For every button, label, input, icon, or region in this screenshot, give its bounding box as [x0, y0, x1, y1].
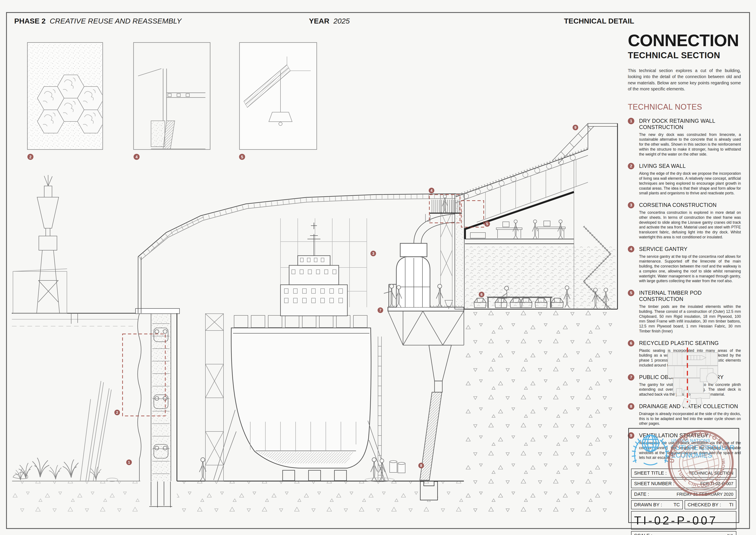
checked-by-cell: CHECKED BY : TI: [685, 500, 736, 509]
note-item: 4 SERVICE GANTRY The service gantry at t…: [628, 246, 741, 284]
timber-planks: [80, 381, 111, 482]
note-title: INTERNAL TIMBER POD CONSTRUCTION: [639, 290, 741, 302]
note-title: RECYCLED PLASTIC SEATING: [639, 340, 741, 346]
observation-gantry: [388, 214, 464, 500]
detail-box-roof-corner: [239, 42, 317, 150]
key-plan: [664, 346, 744, 415]
scale-label: SCALE :: [634, 533, 652, 535]
organisation-name: UNITED NATIONS FUTURE CIRCULAR ECONOMIES: [671, 438, 735, 459]
drawn-by-value: TC: [674, 502, 680, 508]
scale-row: SCALE : NA: [631, 531, 736, 535]
intro-paragraph: This technical section explores a cut of…: [628, 68, 741, 92]
drawn-by-cell: DRAWN BY : TC: [631, 500, 683, 509]
svg-text:2: 2: [29, 155, 32, 159]
main-building-section: [426, 124, 618, 309]
detail-box-wall-junction: [133, 42, 210, 150]
note-item: 1 DRY DOCK RETAINING WALL CONSTRUCTION T…: [628, 118, 741, 157]
note-number-badge: 1: [628, 118, 634, 124]
note-title: SERVICE GANTRY: [639, 246, 741, 252]
note-number-badge: 6: [628, 340, 634, 347]
date-row: DATE : FRIDAY 21 FEBRUARY 2020: [631, 490, 736, 499]
un-logo: [631, 430, 670, 467]
note-body: The timber pods are the insulated elemen…: [639, 304, 741, 334]
svg-text:1: 1: [128, 460, 130, 465]
svg-text:4: 4: [135, 155, 138, 159]
title-block: UNITED NATIONS FUTURE CIRCULAR ECONOMIES: [628, 428, 739, 523]
drawing-sheet: PHASE 2 CREATIVE REUSE AND REASSEMBLY YE…: [0, 0, 756, 535]
date-label: DATE :: [634, 492, 649, 497]
sheet-number-label: SHEET NUMBER :: [634, 481, 674, 487]
note-body: The new dry dock was constructed from li…: [639, 132, 741, 157]
retaining-wall: [135, 308, 180, 507]
note-number-badge: 3: [628, 202, 634, 209]
note-title: LIVING SEA WALL: [639, 163, 741, 169]
svg-text:5: 5: [486, 222, 488, 226]
sheet-title-value: TECHNICAL SECTION: [689, 471, 733, 476]
svg-text:3: 3: [372, 252, 374, 256]
sheet-number-row: SHEET NUMBER : FCE-TI-02-P-007: [631, 479, 736, 488]
note-body: Along the edge of the dry dock we propos…: [639, 171, 741, 196]
sheet-title-label: SHEET TITLE :: [634, 470, 667, 476]
sea-plants: [13, 458, 118, 482]
svg-text:7: 7: [379, 308, 381, 312]
note-item: 2 LIVING SEA WALL Along the edge of the …: [628, 163, 741, 196]
page-subtitle: TECHNICAL SECTION: [628, 50, 741, 60]
note-body: The concertina construction is explored …: [639, 210, 741, 240]
date-value: FRIDAY 21 FEBRUARY 2020: [677, 492, 733, 497]
svg-text:9: 9: [574, 126, 576, 130]
title-block-logo-area: UNITED NATIONS FUTURE CIRCULAR ECONOMIES: [631, 430, 736, 467]
note-body: The service gantry at the top of the con…: [639, 254, 741, 284]
checked-by-label: CHECKED BY :: [687, 502, 721, 508]
note-number-badge: 7: [628, 374, 634, 380]
note-number-badge: 2: [628, 163, 634, 169]
note-number-badge: 5: [628, 290, 634, 296]
note-title: DRY DOCK RETAINING WALL CONSTRUCTION: [639, 118, 741, 130]
sheet-title-row: SHEET TITLE : TECHNICAL SECTION: [631, 468, 736, 478]
svg-text:2: 2: [116, 410, 118, 415]
page-title: CONNECTION: [628, 32, 741, 49]
svg-text:4: 4: [431, 188, 433, 193]
quayside-crane: [12, 175, 141, 326]
technical-notes-heading: TECHNICAL NOTES: [628, 102, 741, 112]
svg-text:6: 6: [481, 293, 483, 296]
checked-by-value: TI: [729, 502, 733, 508]
ship-section: [213, 223, 388, 481]
detail-box-sea-wall: [27, 42, 104, 150]
note-item: 3 CORSETINA CONSTRUCTION The concertina …: [628, 202, 741, 240]
note-title: CORSETINA CONSTRUCTION: [639, 202, 741, 208]
svg-text:8: 8: [420, 464, 422, 468]
svg-text:5: 5: [241, 155, 243, 159]
sheet-number-value: FCE-TI-02-P-007: [700, 481, 733, 486]
note-number-badge: 8: [628, 403, 634, 410]
sheet-code: TI-02-P-007: [631, 511, 736, 530]
note-item: 5 INTERNAL TIMBER POD CONSTRUCTION The t…: [628, 290, 741, 334]
scale-value: NA: [727, 533, 733, 535]
authorship-row: DRAWN BY : TC CHECKED BY : TI: [631, 500, 736, 509]
note-number-badge: 4: [628, 246, 634, 252]
detail-box-badges: 2 4 5: [27, 154, 245, 160]
drawn-by-label: DRAWN BY :: [634, 502, 662, 508]
